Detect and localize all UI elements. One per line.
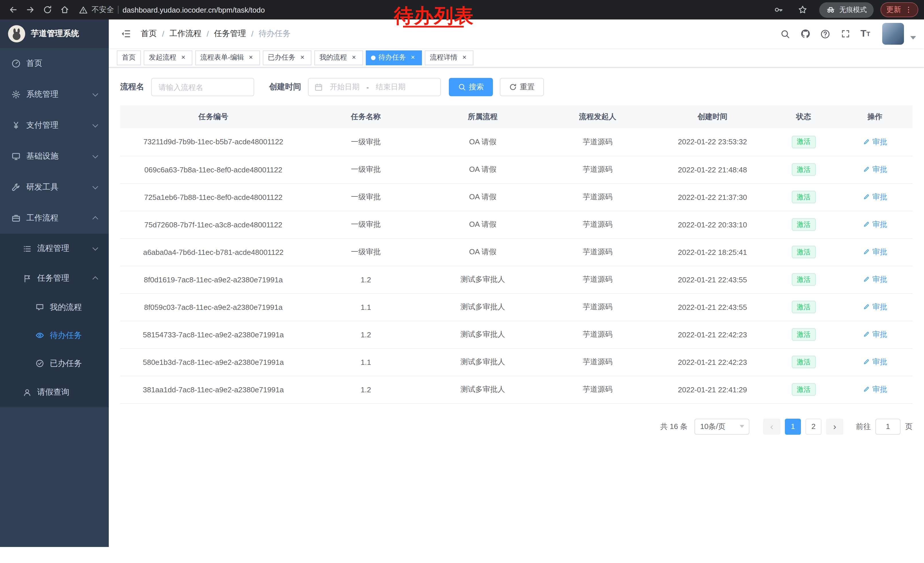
filter-bar: 流程名 创建时间 开始日期 - 结束日期 搜索 重 <box>120 78 912 96</box>
cell-task-id: 580e1b3d-7ac8-11ec-a9e2-a2380e71991a <box>120 348 306 376</box>
home-icon <box>60 5 69 14</box>
cell-created: 2022-01-21 22:42:23 <box>655 321 770 348</box>
forward-button[interactable] <box>23 2 38 17</box>
approve-link[interactable]: 审批 <box>862 302 887 312</box>
sidebar-item-label: 支付管理 <box>26 120 58 131</box>
tab-process-detail[interactable]: 流程详情 <box>425 50 474 65</box>
sidebar-item-label: 研发工具 <box>26 182 58 192</box>
sidebar-item-task-management[interactable]: 任务管理 <box>0 263 109 293</box>
bookmark-star-button[interactable] <box>795 2 810 17</box>
tab-close-icon[interactable] <box>179 54 187 62</box>
cell-task-name: 一级审批 <box>306 238 425 266</box>
cell-process: OA 请假 <box>425 156 540 183</box>
address-bar[interactable]: 不安全 dashboard.yudao.iocoder.cn/bpm/task/… <box>79 5 265 15</box>
annotation-text: 待办列表 <box>394 3 474 29</box>
tab-done-tasks[interactable]: 已办任务 <box>263 50 311 65</box>
process-name-input[interactable] <box>151 78 254 96</box>
date-range-picker[interactable]: 开始日期 - 结束日期 <box>308 78 441 96</box>
sidebar-item-label: 待办任务 <box>50 330 82 341</box>
approve-link[interactable]: 审批 <box>862 329 887 339</box>
next-page-button[interactable] <box>826 418 843 434</box>
cell-status: 激活 <box>770 156 837 183</box>
breadcrumb-item-home[interactable]: 首页 <box>141 29 157 39</box>
tab-process-form-edit[interactable]: 流程表单-编辑 <box>195 50 260 65</box>
fullscreen-button[interactable] <box>836 25 854 43</box>
font-size-button[interactable] <box>856 25 874 43</box>
reset-button[interactable]: 重置 <box>500 78 544 96</box>
cell-task-id: 75d72608-7b7f-11ec-a3c8-acde48001122 <box>120 211 306 238</box>
page-number-2[interactable]: 2 <box>806 418 822 434</box>
sidebar-item-leave-query[interactable]: 请假查询 <box>0 377 109 407</box>
sidebar-item-dev-tools[interactable]: 研发工具 <box>0 172 109 203</box>
cell-status: 激活 <box>770 128 837 156</box>
reload-button[interactable] <box>40 2 55 17</box>
sidebar-toggle-button[interactable] <box>117 25 135 43</box>
sidebar-item-process-management[interactable]: 流程管理 <box>0 234 109 263</box>
sidebar-item-payment-management[interactable]: 支付管理 <box>0 110 109 141</box>
approve-link[interactable]: 审批 <box>862 192 887 202</box>
breadcrumb-item-workflow[interactable]: 工作流程 <box>170 29 201 39</box>
search-button[interactable]: 搜索 <box>449 78 493 96</box>
tab-close-icon[interactable] <box>409 54 417 62</box>
sidebar-item-infrastructure[interactable]: 基础设施 <box>0 141 109 172</box>
update-label: 更新 <box>886 5 901 15</box>
tab-my-processes[interactable]: 我的流程 <box>314 50 363 65</box>
approve-link[interactable]: 审批 <box>862 274 887 285</box>
prev-page-button[interactable] <box>763 418 780 434</box>
user-avatar[interactable] <box>882 23 904 45</box>
sidebar-item-label: 工作流程 <box>26 213 58 224</box>
page-number-1[interactable]: 1 <box>785 418 801 434</box>
cell-actions: 审批 <box>837 266 912 293</box>
home-button[interactable] <box>57 2 72 17</box>
tab-todo-tasks[interactable]: 待办任务 <box>366 50 422 65</box>
cell-task-id: 8f059c03-7ac8-11ec-a9e2-a2380e71991a <box>120 293 306 321</box>
cell-status: 激活 <box>770 266 837 293</box>
sidebar-item-todo-tasks[interactable]: 待办任务 <box>0 321 109 349</box>
breadcrumb-item-task-management[interactable]: 任务管理 <box>214 29 246 39</box>
sidebar-item-done-tasks[interactable]: 已办任务 <box>0 349 109 377</box>
passwords-key-button[interactable] <box>771 2 786 17</box>
sidebar-item-label: 系统管理 <box>26 89 58 100</box>
breadcrumb-separator <box>162 29 164 38</box>
page-size-select[interactable]: 10条/页 <box>694 418 749 434</box>
cell-task-name: 一级审批 <box>306 156 425 183</box>
cell-created: 2022-01-22 20:33:10 <box>655 211 770 238</box>
tab-close-icon[interactable] <box>460 54 468 62</box>
approve-link[interactable]: 审批 <box>862 247 887 257</box>
sidebar-item-my-processes[interactable]: 我的流程 <box>0 293 109 321</box>
cell-task-id: 069c6a63-7b8a-11ec-8ef0-acde48001122 <box>120 156 306 183</box>
fullscreen-icon <box>841 29 850 38</box>
sidebar-item-label: 已办任务 <box>50 358 82 369</box>
cell-process: 测试多审批人 <box>425 293 540 321</box>
sidebar-item-workflow[interactable]: 工作流程 <box>0 203 109 234</box>
tab-start-process[interactable]: 发起流程 <box>144 50 192 65</box>
tab-home[interactable]: 首页 <box>117 50 141 65</box>
github-button[interactable] <box>796 25 814 43</box>
approve-link[interactable]: 审批 <box>862 384 887 395</box>
cell-status: 激活 <box>770 183 837 211</box>
sidebar-item-home[interactable]: 首页 <box>0 48 109 79</box>
approve-link[interactable]: 审批 <box>862 357 887 367</box>
approve-link[interactable]: 审批 <box>862 164 887 175</box>
help-button[interactable] <box>816 25 834 43</box>
approve-link-label: 审批 <box>872 219 887 230</box>
process-name-label: 流程名 <box>120 82 144 92</box>
tab-close-icon[interactable] <box>247 54 255 62</box>
cell-initiator: 芋道源码 <box>540 376 655 403</box>
tab-close-icon[interactable] <box>298 54 306 62</box>
approve-link[interactable]: 审批 <box>862 137 887 147</box>
gear-icon <box>12 90 21 99</box>
header-search-button[interactable] <box>776 25 794 43</box>
tab-close-icon[interactable] <box>350 54 358 62</box>
status-badge: 激活 <box>792 136 816 148</box>
cell-status: 激活 <box>770 293 837 321</box>
back-button[interactable] <box>6 2 21 17</box>
browser-update-button[interactable]: 更新 <box>880 2 918 17</box>
table-body: 73211d9d-7b9b-11ec-b5b7-acde48001122 一级审… <box>120 128 912 403</box>
app-logo-row[interactable]: 芋道管理系统 <box>0 20 109 48</box>
incognito-badge: 无痕模式 <box>819 2 874 18</box>
sidebar-item-system-management[interactable]: 系统管理 <box>0 79 109 110</box>
approve-link[interactable]: 审批 <box>862 219 887 230</box>
goto-page-input[interactable] <box>875 418 900 434</box>
chevron-down-icon <box>93 91 98 96</box>
